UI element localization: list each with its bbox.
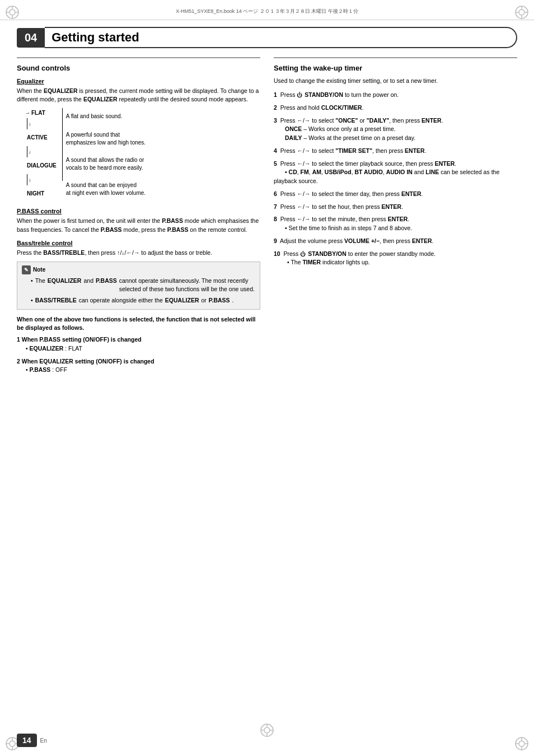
left-step-2: 2 When EQUALIZER setting (ON/OFF) is cha… bbox=[17, 357, 260, 375]
bottom-center-decoration bbox=[259, 722, 275, 739]
bass-treble-title: Bass/treble control bbox=[17, 240, 260, 246]
right-step-10: 10 Press ⏻ STANDBY/ON to enter the power… bbox=[274, 250, 517, 268]
note-icon: ✎ bbox=[22, 265, 31, 274]
svg-point-25 bbox=[264, 727, 270, 733]
right-step-4: 4 Press ←/→ to select "TIMER SET", then … bbox=[274, 147, 517, 156]
chapter-header: 04 Getting started bbox=[17, 27, 517, 48]
chapter-title: Getting started bbox=[51, 30, 139, 44]
main-content: Sound controls Equalizer When the EQUALI… bbox=[17, 57, 517, 379]
right-step-2: 2 Press and hold CLOCK/TIMER. bbox=[274, 104, 517, 113]
right-step-7: 7 Press ←/→ to set the hour, then press … bbox=[274, 203, 517, 212]
right-step-8: 8 Press ←/→ to set the minute, then pres… bbox=[274, 215, 517, 233]
bold-heading: When one of the above two functions is s… bbox=[17, 315, 260, 332]
header-meta: X-HM51_SYXE8_En.book 14 ページ ２０１３年３月２８日 木… bbox=[11, 6, 523, 17]
svg-point-13 bbox=[10, 741, 15, 746]
equalizer-intro: When the EQUALIZER is pressed, the curre… bbox=[17, 87, 260, 104]
wake-up-timer-title: Setting the wake-up timer bbox=[274, 64, 517, 72]
right-column: Setting the wake-up timer Used to change… bbox=[274, 57, 517, 379]
left-column: Sound controls Equalizer When the EQUALI… bbox=[17, 57, 260, 379]
right-step-5: 5 Press ←/→ to select the timer playback… bbox=[274, 160, 517, 186]
chapter-number: 04 bbox=[17, 28, 45, 48]
note-box: ✎ Note The EQUALIZER and P.BASS cannot o… bbox=[17, 262, 260, 310]
corner-decoration-br bbox=[514, 736, 530, 752]
chapter-title-wrap: Getting started bbox=[45, 27, 517, 48]
wake-up-intro: Used to change the existing timer settin… bbox=[274, 77, 517, 85]
note-bullet-1: The EQUALIZER and P.BASS cannot operate … bbox=[22, 277, 255, 293]
header-bar: X-HM51_SYXE8_En.book 14 ページ ２０１３年３月２８日 木… bbox=[0, 0, 534, 20]
note-title: ✎ Note bbox=[22, 265, 255, 274]
bass-treble-text: Press the BASS/TREBLE, then press ↑/↓/←/… bbox=[17, 249, 260, 257]
right-step-9: 9 Adjust the volume press VOLUME +/−, th… bbox=[274, 237, 517, 246]
page-number: 14 bbox=[17, 734, 37, 747]
footer: 14 En bbox=[17, 734, 47, 747]
svg-point-19 bbox=[519, 741, 524, 746]
pbass-text: When the power is first turned on, the u… bbox=[17, 217, 260, 234]
right-step-1: 1 Press ⏻ STANDBY/ON to turn the power o… bbox=[274, 91, 517, 100]
left-step-1: 1 When P.BASS setting (ON/OFF) is change… bbox=[17, 335, 260, 353]
page-language: En bbox=[40, 738, 47, 744]
equalizer-title: Equalizer bbox=[17, 78, 260, 85]
pbass-title: P.BASS control bbox=[17, 208, 260, 214]
note-bullet-2: BASS/TREBLE can operate alongside either… bbox=[22, 296, 255, 305]
right-step-6: 6 Press ←/→ to select the timer day, the… bbox=[274, 190, 517, 199]
right-step-3: 3 Press ←/→ to select "ONCE" or "DAILY",… bbox=[274, 116, 517, 143]
eq-diagram: → FLAT ↓ ACTIVE ↓ DIALOGUE bbox=[22, 108, 260, 202]
sound-controls-title: Sound controls bbox=[17, 64, 260, 72]
